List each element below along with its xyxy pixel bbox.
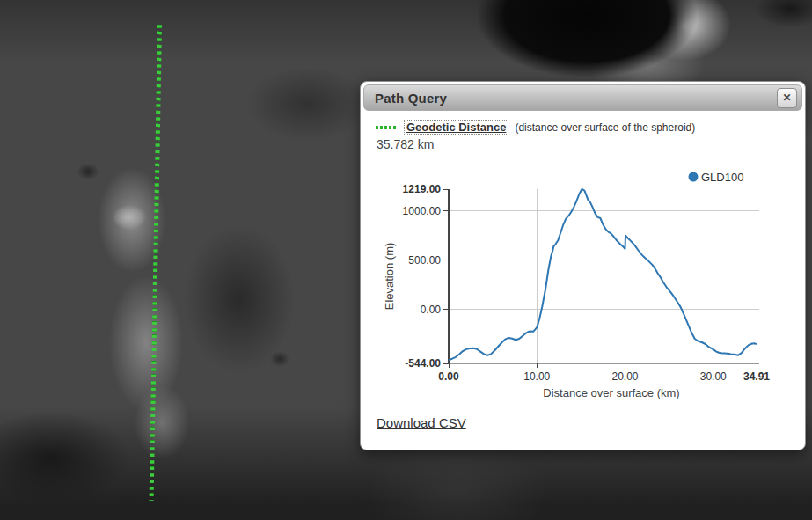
path-query-dialog: Path Query ✕ Geodetic Distance (distance… [360,81,806,450]
y-tick-label: 1219.00 [403,183,442,195]
legend-dot [689,172,699,182]
dialog-titlebar[interactable]: Path Query ✕ [363,84,802,111]
elevation-chart: 1219.001000.00500.000.00-544.000.0010.00… [363,157,808,403]
geodetic-distance-row: Geodetic Distance (distance over surface… [376,120,790,135]
x-tick-label: 20.00 [612,370,639,383]
x-tick-label: 34.91 [743,370,770,383]
geodetic-distance-link[interactable]: Geodetic Distance [404,120,508,135]
geodetic-path-swatch-icon [376,126,398,129]
y-tick-label: -544.00 [405,357,441,370]
dialog-content: Geodetic Distance (distance over surface… [363,111,802,431]
x-axis-title: Distance over surface (km) [543,386,679,399]
x-tick-label: 0.00 [438,370,459,383]
x-tick-label: 30.00 [700,370,727,383]
query-path-line[interactable] [150,25,162,501]
y-tick-label: 1000.00 [403,205,442,217]
y-tick-label: 0.00 [421,304,442,316]
close-icon[interactable]: ✕ [777,88,797,108]
y-axis-title: Elevation (m) [383,243,396,311]
elevation-profile-line [449,189,757,360]
geodetic-distance-description: (distance over surface of the spheroid) [515,121,695,134]
dialog-title: Path Query [375,91,447,106]
y-tick-label: 500.00 [408,254,441,267]
geodetic-distance-value: 35.782 km [377,137,790,151]
x-tick-label: 10.00 [523,370,550,383]
legend-label: GLD100 [701,171,743,184]
download-csv-link[interactable]: Download CSV [377,415,466,430]
